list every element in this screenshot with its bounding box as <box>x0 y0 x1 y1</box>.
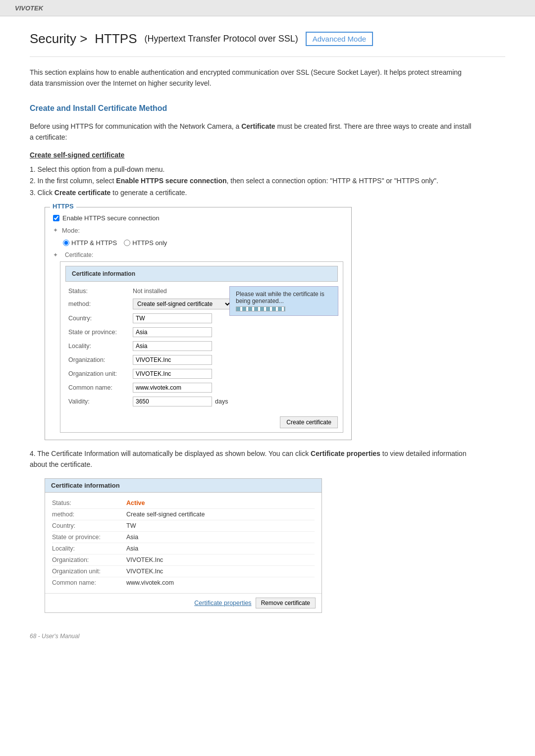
top-bar: VIVOTEK <box>0 0 535 16</box>
cert-info-row-label: Country: <box>52 522 126 529</box>
org-input[interactable] <box>133 355 212 365</box>
toast-text: Please wait while the certificate is bei… <box>236 291 324 304</box>
locality-label: Locality: <box>65 339 130 353</box>
title-divider <box>30 56 505 57</box>
status-label: Status: <box>65 286 130 297</box>
org-unit-row: Organization unit: <box>65 367 338 381</box>
validity-input-row: days <box>133 397 335 406</box>
mode-row: ✦ Mode: <box>53 227 343 234</box>
enable-https-label[interactable]: Enable HTTPS secure connection <box>62 214 160 222</box>
common-name-label: Common name: <box>65 381 130 395</box>
cert-info-row-value: Active <box>126 500 145 506</box>
validity-input[interactable] <box>133 397 212 406</box>
state-value-cell <box>130 325 338 339</box>
create-cert-btn-row: Create certificate <box>65 412 338 428</box>
state-input[interactable] <box>133 327 212 337</box>
mode-options: HTTP & HTTPS HTTPS only Please wait whil… <box>63 239 343 247</box>
org-label: Organization: <box>65 353 130 367</box>
step-2: 2. In the first column, select Enable HT… <box>30 175 505 187</box>
step-3: 3. Click Create certificate to generate … <box>30 187 505 199</box>
cert-info-row-value: VIVOTEK.Inc <box>126 556 163 563</box>
cert-info-row-value: www.vivotek.com <box>126 579 174 586</box>
main-content: Security > HTTPS (Hypertext Transfer Pro… <box>0 16 535 669</box>
cert-info-row-value: Create self-signed certificate <box>126 511 205 518</box>
cert-info-row-label: State or province: <box>52 534 126 541</box>
cert-info-display-box: Certificate information Status:Activemet… <box>45 478 322 613</box>
country-label: Country: <box>65 311 130 325</box>
common-name-input[interactable] <box>133 383 212 393</box>
https-box: HTTPS Enable HTTPS secure connection ✦ M… <box>45 207 352 440</box>
validity-row: Validity: days <box>65 395 338 408</box>
state-row: State or province: <box>65 325 338 339</box>
status-not-installed: Not installed <box>133 288 167 295</box>
country-input[interactable] <box>133 313 212 323</box>
cert-info-row-value: VIVOTEK.Inc <box>126 568 163 575</box>
cert-icon: ✦ <box>53 252 58 258</box>
cert-info-title-bar: Certificate information <box>65 266 338 282</box>
cert-info-display-row: Organization:VIVOTEK.Inc <box>52 554 315 566</box>
cert-info-row-label: Organization unit: <box>52 568 126 575</box>
progress-bar <box>236 306 285 311</box>
remove-certificate-button[interactable]: Remove certificate <box>256 598 316 608</box>
advanced-mode-button[interactable]: Advanced Mode <box>306 32 373 46</box>
title-https: HTTPS <box>95 31 137 47</box>
mode-icon: ✦ <box>53 227 58 234</box>
common-name-value-cell <box>130 381 338 395</box>
locality-row: Locality: <box>65 339 338 353</box>
title-security: Security > <box>30 31 87 47</box>
state-label: State or province: <box>65 325 130 339</box>
org-unit-label: Organization unit: <box>65 367 130 381</box>
cert-info-display-row: Common name:www.vivotek.com <box>52 577 315 588</box>
cert-info-display-row: State or province:Asia <box>52 532 315 543</box>
cert-info-display-row: Locality:Asia <box>52 543 315 554</box>
cert-info-display-row: Status:Active <box>52 498 315 509</box>
org-unit-value-cell <box>130 367 338 381</box>
org-value-cell <box>130 353 338 367</box>
org-row: Organization: <box>65 353 338 367</box>
cert-info-row-label: Organization: <box>52 556 126 563</box>
common-name-row: Common name: <box>65 381 338 395</box>
cert-info-row-label: Locality: <box>52 545 126 552</box>
sub-heading: Create self-signed certificate <box>30 151 505 159</box>
section-heading: Create and Install Certificate Method <box>30 104 505 113</box>
validity-label: Validity: <box>65 395 130 408</box>
steps-list: 1. Select this option from a pull-down m… <box>30 164 505 199</box>
locality-value-cell <box>130 339 338 353</box>
mode-https-only-radio[interactable] <box>124 240 130 246</box>
page-title: Security > HTTPS (Hypertext Transfer Pro… <box>30 31 505 47</box>
enable-https-row: Enable HTTPS secure connection <box>53 214 343 222</box>
mode-http-https[interactable]: HTTP & HTTPS <box>63 239 117 247</box>
step-1: 1. Select this option from a pull-down m… <box>30 164 505 176</box>
https-box-title: HTTPS <box>50 202 76 210</box>
cert-info-title-label: Certificate information <box>72 270 135 277</box>
cert-info-row-value: Asia <box>126 545 138 552</box>
cert-info-row-value: Asia <box>126 534 138 541</box>
mode-http-https-radio[interactable] <box>63 240 69 246</box>
cert-info-row-label: method: <box>52 511 126 518</box>
cert-info-row-label: Status: <box>52 500 126 506</box>
progress-bar-area <box>236 306 332 311</box>
org-unit-input[interactable] <box>133 369 212 379</box>
mode-https-only[interactable]: HTTPS only <box>124 239 167 247</box>
mode-http-https-label: HTTP & HTTPS <box>71 239 117 247</box>
locality-input[interactable] <box>133 341 212 351</box>
cert-info-display-row: Country:TW <box>52 520 315 532</box>
step4-text: 4. The Certificate Information will auto… <box>30 448 476 470</box>
method-label: method: <box>65 297 130 311</box>
brand-label: VIVOTEK <box>15 4 43 12</box>
mode-https-only-label: HTTPS only <box>132 239 167 247</box>
cert-actions-row: Certificate properties Remove certificat… <box>45 593 321 612</box>
method-select[interactable]: Create self-signed certificate <box>133 299 232 309</box>
certificate-properties-button[interactable]: Certificate properties <box>194 598 251 608</box>
cert-info-display-header: Certificate information <box>45 479 321 493</box>
cert-section-row: ✦ Certificate: <box>53 252 343 258</box>
enable-https-checkbox[interactable] <box>53 215 59 221</box>
cert-info-display-row: method:Create self-signed certificate <box>52 509 315 520</box>
toast-popup: Please wait while the certificate is bei… <box>229 286 338 316</box>
cert-label: Certificate: <box>65 252 93 258</box>
validity-unit: days <box>215 398 228 405</box>
create-certificate-button[interactable]: Create certificate <box>280 416 338 428</box>
mode-label: Mode: <box>62 227 80 234</box>
page-footer: 68 - User's Manual <box>30 633 505 640</box>
cert-info-row-label: Common name: <box>52 579 126 586</box>
